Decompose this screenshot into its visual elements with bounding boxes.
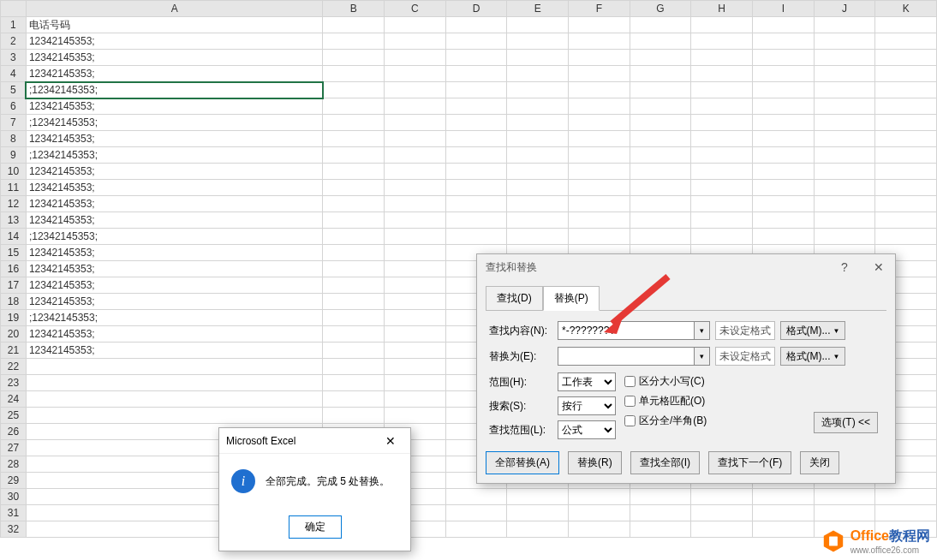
cell[interactable] (323, 391, 385, 408)
cell[interactable]: ;12342145353; (26, 82, 323, 98)
cell[interactable] (875, 82, 937, 98)
cell[interactable] (569, 164, 630, 180)
cell[interactable]: 12342145353; (26, 164, 323, 180)
cell[interactable] (753, 115, 815, 131)
cell[interactable] (445, 180, 507, 196)
row-header[interactable]: 8 (1, 131, 27, 147)
cell[interactable] (630, 505, 691, 521)
cell[interactable] (385, 212, 446, 229)
tab-find[interactable]: 查找(D) (486, 286, 543, 311)
row-header[interactable]: 26 (1, 424, 27, 440)
cell[interactable] (630, 17, 691, 33)
replace-all-button[interactable]: 全部替换(A) (486, 451, 559, 474)
col-header-G[interactable]: G (630, 1, 691, 17)
find-format-button[interactable]: 格式(M)...▼ (780, 321, 845, 340)
cell[interactable] (507, 147, 569, 164)
row-header[interactable]: 2 (1, 33, 27, 50)
row-header[interactable]: 15 (1, 245, 27, 261)
select-all-corner[interactable] (1, 1, 27, 17)
match-entire-checkbox[interactable]: 单元格匹配(O) (624, 394, 707, 408)
scope-select[interactable]: 工作表 (558, 372, 616, 391)
cell[interactable]: ;12342145353; (26, 310, 323, 326)
cell[interactable]: 电话号码 (26, 17, 323, 33)
cell[interactable] (691, 196, 753, 212)
cell[interactable] (385, 326, 446, 343)
row-header[interactable]: 25 (1, 408, 27, 424)
cell[interactable] (323, 212, 385, 229)
cell[interactable] (569, 66, 630, 82)
chevron-down-icon[interactable]: ▼ (833, 353, 840, 360)
cell[interactable] (323, 277, 385, 294)
cell[interactable] (875, 489, 937, 505)
cell[interactable]: 12342145353; (26, 277, 323, 294)
cell[interactable] (385, 164, 446, 180)
cell[interactable]: 12342145353; (26, 261, 323, 277)
cell[interactable] (385, 245, 446, 261)
cell[interactable] (323, 50, 385, 66)
col-header-K[interactable]: K (875, 1, 937, 17)
col-header-E[interactable]: E (507, 1, 569, 17)
cell[interactable] (323, 310, 385, 326)
row-header[interactable]: 5 (1, 82, 27, 98)
row-header[interactable]: 21 (1, 343, 27, 359)
cell[interactable] (753, 196, 815, 212)
cell[interactable] (445, 212, 507, 229)
cell[interactable] (691, 212, 753, 229)
cell[interactable] (569, 180, 630, 196)
cell[interactable] (507, 131, 569, 147)
cell[interactable] (814, 17, 875, 33)
cell[interactable] (323, 180, 385, 196)
cell[interactable] (385, 408, 446, 424)
cell[interactable] (385, 261, 446, 277)
cell[interactable] (814, 212, 875, 229)
cell[interactable] (507, 505, 569, 521)
row-header[interactable]: 10 (1, 164, 27, 180)
cell[interactable] (691, 180, 753, 196)
cell[interactable] (385, 33, 446, 50)
cell[interactable] (875, 33, 937, 50)
cell[interactable]: 12342145353; (26, 180, 323, 196)
cell[interactable] (814, 50, 875, 66)
chevron-down-icon[interactable]: ▼ (833, 327, 840, 335)
cell[interactable] (323, 245, 385, 261)
cell[interactable] (691, 131, 753, 147)
cell[interactable] (323, 408, 385, 424)
cell[interactable] (445, 505, 507, 521)
cell[interactable] (385, 310, 446, 326)
cell[interactable] (569, 131, 630, 147)
cell[interactable]: 12342145353; (26, 196, 323, 212)
cell[interactable] (445, 164, 507, 180)
row-header[interactable]: 13 (1, 212, 27, 229)
cell[interactable] (385, 66, 446, 82)
cell[interactable] (507, 33, 569, 50)
cell[interactable] (814, 180, 875, 196)
cell[interactable] (323, 164, 385, 180)
cell[interactable] (507, 212, 569, 229)
help-icon[interactable]: ? (833, 260, 856, 274)
cell[interactable] (445, 131, 507, 147)
cell[interactable] (630, 82, 691, 98)
chevron-down-icon[interactable]: ▾ (695, 321, 710, 340)
cell[interactable]: 12342145353; (26, 343, 323, 359)
cell[interactable] (569, 212, 630, 229)
cell[interactable]: ;12342145353; (26, 115, 323, 131)
cell[interactable] (630, 33, 691, 50)
cell[interactable] (507, 180, 569, 196)
cell[interactable] (875, 131, 937, 147)
cell[interactable] (385, 196, 446, 212)
cell[interactable]: 12342145353; (26, 326, 323, 343)
cell[interactable] (753, 489, 815, 505)
cell[interactable] (385, 277, 446, 294)
cell[interactable] (753, 50, 815, 66)
cell[interactable] (385, 391, 446, 408)
cell[interactable] (385, 343, 446, 359)
chevron-down-icon[interactable]: ▾ (695, 347, 710, 366)
cell[interactable] (385, 294, 446, 310)
cell[interactable] (691, 115, 753, 131)
cell[interactable] (323, 66, 385, 82)
cell[interactable] (323, 131, 385, 147)
cell[interactable] (691, 33, 753, 50)
cell[interactable] (753, 229, 815, 245)
cell[interactable] (323, 196, 385, 212)
row-header[interactable]: 29 (1, 473, 27, 489)
